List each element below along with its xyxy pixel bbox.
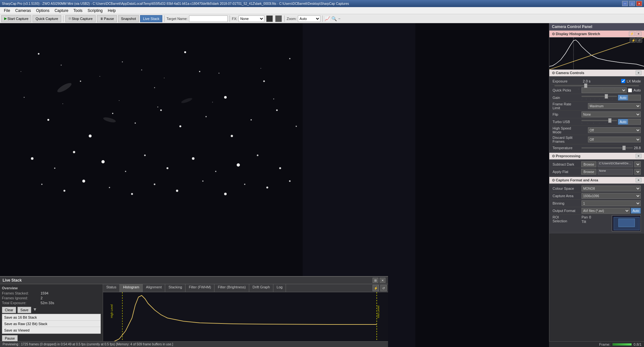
temperature-thumb[interactable] <box>622 146 626 150</box>
status-text: Previewing : 1725 frames (0 dropped) in … <box>3 342 173 346</box>
camera-controls-section-header[interactable]: ⊙ Camera Controls ≡ <box>549 70 644 76</box>
save-raw32-button[interactable]: Save as Raw (32 Bit) Stack <box>2 321 100 327</box>
preprocessing-menu-button[interactable]: ≡ <box>636 154 641 158</box>
frames-stacked-label: Frames Stacked: <box>2 291 41 295</box>
live-stack-header: Live Stack ⊞ ✕ <box>0 277 388 284</box>
start-capture-button[interactable]: ▶ Start Capture <box>1 15 31 22</box>
binning-select[interactable]: 1 <box>582 200 641 206</box>
menu-tools[interactable]: Tools <box>71 8 85 14</box>
svg-point-35 <box>63 190 65 192</box>
frame-rate-select[interactable]: Maximum <box>588 103 641 109</box>
capture-area-select[interactable]: 1936x1096 <box>582 193 641 199</box>
discard-split-select[interactable]: Off <box>588 137 641 142</box>
menu-file[interactable]: File <box>1 8 13 14</box>
toolbar-separator-3 <box>230 15 230 22</box>
svg-point-40 <box>176 190 178 192</box>
svg-point-7 <box>199 71 200 72</box>
svg-point-13 <box>112 113 113 114</box>
exposure-slider-track[interactable]: . . . . . . . . <box>554 85 639 86</box>
gain-auto-button[interactable]: Auto <box>618 95 628 101</box>
histogram-icon-button[interactable]: ⚡ <box>629 32 635 36</box>
menu-capture[interactable]: Capture <box>52 8 71 14</box>
tab-drift-graph[interactable]: Drift Graph <box>249 284 273 292</box>
capture-format-menu-button[interactable]: ≡ <box>636 178 641 182</box>
color-box-2 <box>275 15 282 22</box>
turbo-thumb[interactable] <box>608 118 611 123</box>
quick-capture-button[interactable]: Quick Capture <box>33 15 61 22</box>
live-stack-title: Live Stack <box>3 278 22 283</box>
tab-filter-brightness[interactable]: Filter (Brightness) <box>214 284 249 292</box>
stop-capture-button[interactable]: ⊗ Stop Capture <box>65 15 96 22</box>
right-panel: Camera Control Panel ⊙ Display Histogram… <box>549 23 644 347</box>
tab-log[interactable]: Log <box>273 284 286 292</box>
subtract-dark-dropdown[interactable]: ▼ <box>634 161 641 167</box>
fx-label: FX: <box>232 17 237 21</box>
menu-help[interactable]: Help <box>105 8 118 14</box>
refresh-icon-button[interactable]: ↺ <box>380 285 387 291</box>
subtract-dark-browse-button[interactable]: Browse <box>581 161 596 167</box>
preprocessing-section-header[interactable]: ⊙ Preprocessing ≡ <box>549 153 644 159</box>
maximize-button[interactable]: □ <box>629 1 635 6</box>
svg-point-57 <box>212 102 213 102</box>
pause-button[interactable]: ⏸ Pause <box>97 15 117 22</box>
fx-select[interactable]: None <box>239 15 264 22</box>
svg-point-33 <box>279 167 281 169</box>
save-16bit-button[interactable]: Save as 16 Bit Stack <box>2 314 100 321</box>
target-name-input[interactable] <box>189 15 228 22</box>
lx-mode-label[interactable]: LX Mode <box>621 79 641 83</box>
live-stack-close-button[interactable]: ✕ <box>380 278 385 283</box>
tab-alignment[interactable]: Alignment <box>143 284 165 292</box>
output-auto-button[interactable]: Auto <box>631 208 641 214</box>
gain-track[interactable] <box>582 96 617 97</box>
svg-point-48 <box>99 76 100 77</box>
capture-format-section-header[interactable]: ⊙ Capture Format and Area ≡ <box>549 177 644 184</box>
menu-scripting[interactable]: Scripting <box>85 8 105 14</box>
tab-histogram[interactable]: Histogram <box>120 284 143 292</box>
zoom-select[interactable]: Auto <box>298 15 320 22</box>
gain-input[interactable]: 350 <box>628 95 641 101</box>
svg-text:↺: ↺ <box>638 39 640 42</box>
gain-thumb[interactable] <box>605 94 608 99</box>
clear-button[interactable]: Clear <box>2 307 16 313</box>
live-stack-float-button[interactable]: ⊞ <box>373 278 378 283</box>
output-format-select[interactable]: AVI files (*.avi) <box>582 208 630 214</box>
histogram-menu-button[interactable]: ≡ <box>636 32 641 36</box>
turbo-input[interactable]: 80 <box>628 119 641 125</box>
svg-point-21 <box>296 126 297 127</box>
apply-flat-browse-button[interactable]: Browse <box>581 169 596 175</box>
svg-point-8 <box>224 96 227 99</box>
save-dropdown-arrow[interactable]: ▼ <box>33 307 37 313</box>
total-exposure-value: 52m 33s <box>41 301 54 305</box>
menu-options[interactable]: Options <box>33 8 52 14</box>
chart-icon-button[interactable]: ⚡ <box>373 285 379 291</box>
save-viewed-button[interactable]: Save as Viewed <box>2 327 100 333</box>
overview-label: Overview <box>2 286 101 290</box>
menu-bar: File Cameras Options Capture Tools Scrip… <box>0 7 644 14</box>
tab-filter-fwhm[interactable]: Filter (FWHM) <box>185 284 214 292</box>
exposure-label: Exposure <box>553 79 582 83</box>
camera-controls-menu-button[interactable]: ≡ <box>636 71 641 75</box>
histogram-section-header[interactable]: ⊙ Display Histogram Stretch ⚡ ≡ <box>549 31 644 37</box>
snapshot-button[interactable]: Snapshot <box>118 15 139 22</box>
colour-space-select[interactable]: MONO8 <box>582 186 641 191</box>
flip-label: Flip <box>553 112 582 116</box>
high-speed-select[interactable]: Off <box>588 127 641 133</box>
turbo-track[interactable] <box>582 120 617 121</box>
pause-stack-button[interactable]: Pause <box>2 335 18 342</box>
capture-format-content: Colour Space MONO8 Capture Area 1936x109… <box>549 184 644 234</box>
tab-stacking[interactable]: Stacking <box>165 284 185 292</box>
svg-point-27 <box>144 155 146 156</box>
svg-point-23 <box>54 168 55 169</box>
turbo-auto-button[interactable]: Auto <box>618 119 628 125</box>
close-button[interactable]: ✕ <box>636 1 642 6</box>
flip-select[interactable]: None <box>582 111 641 117</box>
tab-status[interactable]: Status <box>103 284 120 292</box>
live-stack-button[interactable]: Live Stack <box>140 15 162 22</box>
temperature-track[interactable] <box>582 147 633 149</box>
svg-point-51 <box>219 73 220 74</box>
apply-flat-dropdown[interactable]: ▼ <box>634 169 641 175</box>
menu-cameras[interactable]: Cameras <box>13 8 33 14</box>
minimize-button[interactable]: ─ <box>622 1 628 6</box>
save-button[interactable]: Save <box>17 307 31 313</box>
temperature-slider <box>582 147 633 149</box>
